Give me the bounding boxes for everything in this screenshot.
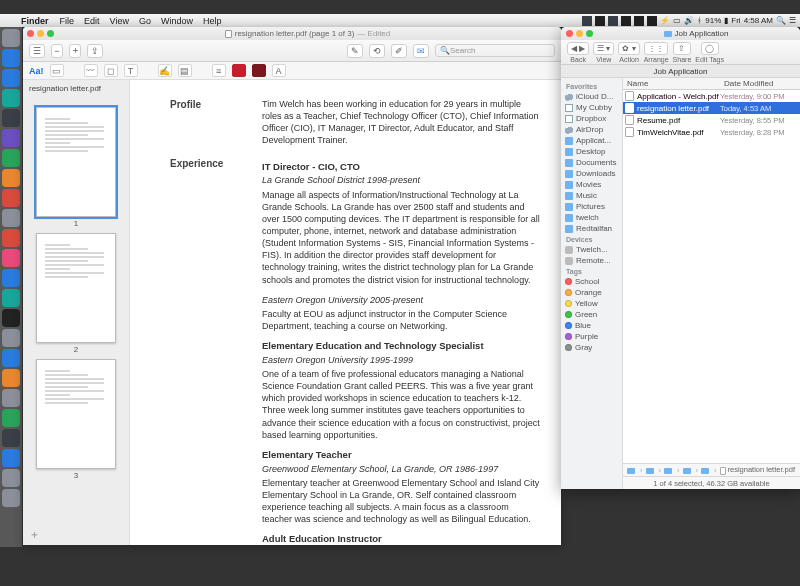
sidebar-item[interactable]: twelch [561, 212, 622, 223]
preview-titlebar[interactable]: resignation letter.pdf (page 1 of 3) — E… [23, 27, 561, 40]
status-icon[interactable] [647, 16, 657, 26]
display-icon[interactable]: ▭ [673, 16, 681, 25]
dock-app[interactable] [2, 409, 20, 427]
sidebar-item[interactable]: Music [561, 190, 622, 201]
close-button[interactable] [566, 30, 573, 37]
path-segment[interactable] [664, 466, 674, 475]
wifi-icon[interactable]: ⚡ [660, 16, 670, 25]
rotate-button[interactable]: ⟲ [369, 44, 385, 58]
sidebar-item[interactable]: Purple [561, 331, 622, 342]
status-icon[interactable] [595, 16, 605, 26]
file-row[interactable]: Resume.pdfYesterday, 8:55 PM [623, 114, 800, 126]
add-page-button[interactable]: ＋ [29, 527, 40, 542]
sidebar-item[interactable]: Desktop [561, 146, 622, 157]
dock-app[interactable] [2, 209, 20, 227]
finder-tab[interactable]: Job Application [561, 65, 800, 78]
finder-titlebar[interactable]: Job Application [561, 27, 800, 40]
path-segment[interactable] [646, 466, 656, 475]
path-segment[interactable]: resignation letter.pdf [720, 465, 796, 474]
dropbox-icon[interactable] [634, 16, 644, 26]
sidebar-item[interactable]: Downloads [561, 168, 622, 179]
sidebar-item[interactable]: My Cubby [561, 102, 622, 113]
line-style-button[interactable]: ≡ [212, 64, 226, 77]
dock-app[interactable] [2, 169, 20, 187]
sidebar-item[interactable]: Movies [561, 179, 622, 190]
path-segment[interactable] [701, 466, 711, 475]
page-thumbnail[interactable]: 1 [36, 107, 116, 217]
zoom-button[interactable] [586, 30, 593, 37]
search-field[interactable]: 🔍 Search [435, 44, 555, 57]
clock-time[interactable]: 4:58 AM [744, 16, 773, 25]
column-name[interactable]: Name [623, 79, 720, 88]
shapes-button[interactable]: ◻ [104, 64, 118, 77]
dock-app[interactable] [2, 469, 20, 487]
text-tool-button[interactable]: T [124, 64, 138, 77]
evernote-icon[interactable] [608, 16, 618, 26]
dock-app[interactable] [2, 389, 20, 407]
sidebar-item[interactable]: Remote... [561, 255, 622, 266]
path-segment[interactable] [683, 466, 693, 475]
document-view[interactable]: Profile Tim Welch has been working in ed… [129, 80, 561, 545]
dock-app[interactable] [2, 489, 20, 507]
selection-tool-button[interactable]: ▭ [50, 64, 64, 77]
markup-button[interactable]: ✐ [391, 44, 407, 58]
menu-go[interactable]: Go [139, 16, 151, 26]
dock-app[interactable] [2, 109, 20, 127]
dock-app[interactable] [2, 89, 20, 107]
menubar-app-name[interactable]: Finder [21, 16, 49, 26]
sidebar-item[interactable]: iCloud D... [561, 91, 622, 102]
close-button[interactable] [27, 30, 34, 37]
arrange-button[interactable]: ⋮⋮ [644, 42, 668, 55]
menu-view[interactable]: View [110, 16, 129, 26]
sign-button[interactable]: ✍ [158, 64, 172, 77]
status-icon[interactable] [582, 16, 592, 26]
dock-app[interactable] [2, 149, 20, 167]
dock-app[interactable] [2, 69, 20, 87]
sidebar-item[interactable]: Yellow [561, 298, 622, 309]
page-thumbnail[interactable]: 2 [36, 233, 116, 343]
menu-help[interactable]: Help [203, 16, 222, 26]
share-button[interactable]: ⇪ [87, 44, 103, 58]
sidebar-item[interactable]: School [561, 276, 622, 287]
zoom-button[interactable] [47, 30, 54, 37]
sidebar-item[interactable]: Green [561, 309, 622, 320]
sketch-tool-button[interactable]: 〰 [84, 64, 98, 77]
sidebar-item[interactable]: Dropbox [561, 113, 622, 124]
dock-app[interactable] [2, 309, 20, 327]
clock-day[interactable]: Fri [731, 16, 740, 25]
sidebar-toggle-button[interactable]: ☰ [29, 44, 45, 58]
volume-icon[interactable]: 🔊 [684, 16, 694, 25]
minimize-button[interactable] [37, 30, 44, 37]
zoom-in-button[interactable]: ＋ [69, 44, 81, 58]
mail-button[interactable]: ✉ [413, 44, 429, 58]
menu-file[interactable]: File [60, 16, 75, 26]
column-date[interactable]: Date Modified [720, 79, 800, 88]
sidebar-item[interactable]: Blue [561, 320, 622, 331]
battery-percent[interactable]: 91% [705, 16, 721, 25]
edit-tags-button[interactable]: ◯ [701, 42, 719, 55]
dock-app[interactable] [2, 369, 20, 387]
font-button[interactable]: A [272, 64, 286, 77]
file-row[interactable]: Application - Welch.pdfYesterday, 9:00 P… [623, 90, 800, 102]
zoom-out-button[interactable]: − [51, 44, 63, 58]
file-row[interactable]: resignation letter.pdfToday, 4:53 AM [623, 102, 800, 114]
dock-app[interactable] [2, 249, 20, 267]
column-headers[interactable]: Name Date Modified [623, 78, 800, 90]
sidebar-item[interactable]: Gray [561, 342, 622, 353]
highlight-button[interactable]: ✎ [347, 44, 363, 58]
sidebar-item[interactable]: Pictures [561, 201, 622, 212]
minimize-button[interactable] [576, 30, 583, 37]
status-icon[interactable] [621, 16, 631, 26]
sidebar-item[interactable]: Redtailfan [561, 223, 622, 234]
page-thumbnail[interactable]: 3 [36, 359, 116, 469]
sidebar-item[interactable]: AirDrop [561, 124, 622, 135]
dock-app[interactable] [2, 449, 20, 467]
dock-app[interactable] [2, 349, 20, 367]
sidebar-item[interactable]: Documents [561, 157, 622, 168]
dock-app[interactable] [2, 269, 20, 287]
dock-app[interactable] [2, 49, 20, 67]
spotlight-icon[interactable]: 🔍 [776, 16, 786, 25]
bluetooth-icon[interactable]: ᚼ [697, 16, 702, 25]
dock-app[interactable] [2, 289, 20, 307]
dock-app[interactable] [2, 329, 20, 347]
